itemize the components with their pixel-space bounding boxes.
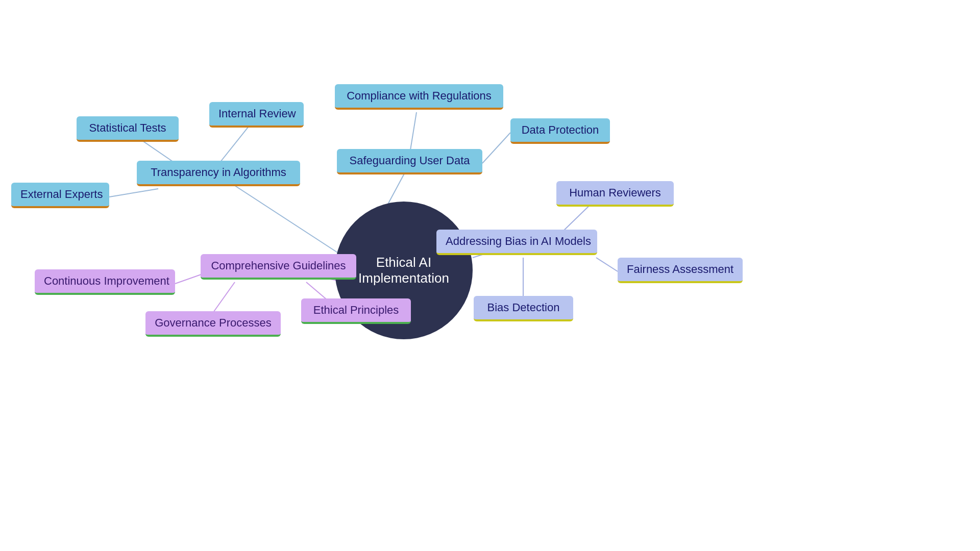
node-dataprotection[interactable]: Data Protection — [510, 118, 610, 144]
svg-line-0 — [218, 175, 341, 255]
node-human[interactable]: Human Reviewers — [556, 181, 674, 207]
node-compliance[interactable]: Compliance with Regulations — [335, 84, 503, 110]
svg-line-10 — [306, 282, 327, 299]
node-bias[interactable]: Bias Detection — [474, 296, 573, 321]
node-internal[interactable]: Internal Review — [209, 102, 304, 128]
node-transparency[interactable]: Transparency in Algorithms — [137, 161, 300, 186]
svg-line-13 — [596, 258, 618, 271]
node-external[interactable]: External Experts — [11, 183, 109, 208]
svg-line-5 — [410, 112, 416, 153]
node-addressing[interactable]: Addressing Bias in AI Models — [436, 230, 597, 255]
svg-line-9 — [213, 282, 235, 312]
node-continuous[interactable]: Continuous Improvement — [35, 269, 175, 295]
node-governance[interactable]: Governance Processes — [145, 311, 281, 337]
node-fairness[interactable]: Fairness Assessment — [618, 258, 743, 283]
svg-line-6 — [482, 133, 510, 163]
node-safeguarding[interactable]: Safeguarding User Data — [337, 149, 482, 174]
node-comprehensive[interactable]: Comprehensive Guidelines — [201, 254, 356, 280]
svg-line-3 — [109, 189, 158, 197]
node-ethical[interactable]: Ethical Principles — [301, 298, 411, 324]
node-statistical[interactable]: Statistical Tests — [77, 116, 179, 142]
